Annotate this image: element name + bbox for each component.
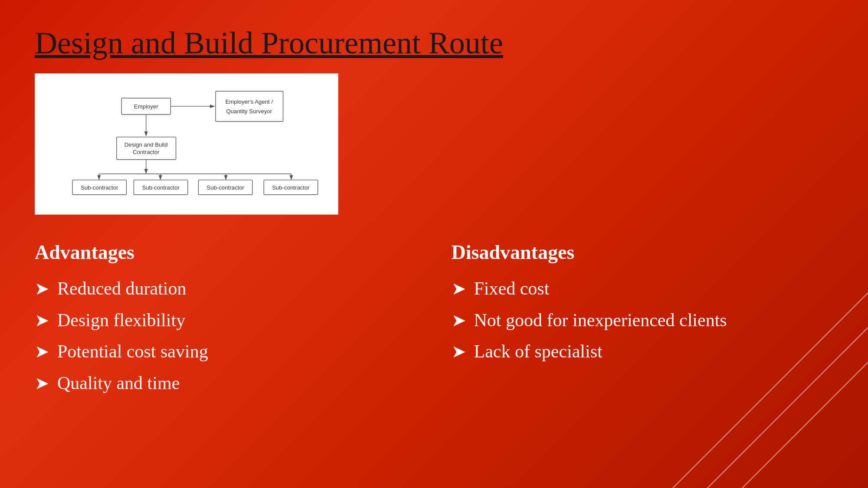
bullet-arrow-icon: ➤ — [452, 341, 466, 363]
disadvantage-item-2: Not good for inexperienced clients — [474, 308, 727, 332]
disadvantages-column: Disadvantages ➤ Fixed cost ➤ Not good fo… — [434, 241, 834, 403]
svg-text:Sub-contractor: Sub-contractor — [81, 184, 118, 191]
svg-text:Employer's Agent /: Employer's Agent / — [226, 98, 273, 105]
svg-text:Sub-contractor: Sub-contractor — [142, 184, 180, 191]
advantage-item-1: Reduced duration — [57, 277, 186, 301]
bullet-arrow-icon: ➤ — [35, 309, 49, 332]
list-item: ➤ Fixed cost — [452, 277, 834, 301]
disadvantage-item-1: Fixed cost — [474, 277, 550, 301]
svg-text:Employer: Employer — [134, 103, 158, 110]
disadvantage-item-3: Lack of specialist — [474, 340, 603, 364]
svg-text:Sub-contractor: Sub-contractor — [272, 184, 310, 191]
bottom-section: Advantages ➤ Reduced duration ➤ Design f… — [35, 241, 833, 403]
disadvantages-heading: Disadvantages — [452, 241, 834, 264]
bullet-arrow-icon: ➤ — [452, 309, 466, 332]
bullet-arrow-icon: ➤ — [35, 341, 49, 363]
list-item: ➤ Lack of specialist — [452, 340, 834, 364]
slide: Design and Build Procurement Route Emplo… — [0, 0, 868, 488]
advantages-list: ➤ Reduced duration ➤ Design flexibility … — [35, 277, 417, 395]
advantage-item-2: Design flexibility — [57, 308, 185, 332]
bullet-arrow-icon: ➤ — [452, 278, 466, 300]
page-title: Design and Build Procurement Route — [35, 26, 833, 60]
svg-text:Contractor: Contractor — [133, 149, 160, 156]
list-item: ➤ Reduced duration — [35, 277, 417, 301]
bullet-arrow-icon: ➤ — [35, 278, 49, 300]
disadvantages-list: ➤ Fixed cost ➤ Not good for inexperience… — [452, 277, 834, 364]
svg-text:Design and Build: Design and Build — [124, 141, 168, 148]
diagram-container: Employer Employer's Agent / Quantity Sur… — [35, 73, 338, 215]
svg-rect-11 — [117, 137, 176, 160]
svg-rect-7 — [216, 91, 283, 121]
list-item: ➤ Quality and time — [35, 371, 417, 395]
advantages-heading: Advantages — [35, 241, 417, 264]
bullet-arrow-icon: ➤ — [35, 372, 49, 395]
list-item: ➤ Potential cost saving — [35, 340, 417, 364]
list-item: ➤ Not good for inexperienced clients — [452, 308, 834, 332]
svg-text:Quantity Surveyor: Quantity Surveyor — [226, 108, 272, 115]
svg-text:Sub-contractor: Sub-contractor — [206, 184, 244, 191]
advantage-item-4: Quality and time — [57, 371, 180, 395]
procurement-diagram: Employer Employer's Agent / Quantity Sur… — [44, 87, 330, 200]
advantages-column: Advantages ➤ Reduced duration ➤ Design f… — [35, 241, 434, 403]
advantage-item-3: Potential cost saving — [57, 340, 208, 364]
list-item: ➤ Design flexibility — [35, 308, 417, 332]
